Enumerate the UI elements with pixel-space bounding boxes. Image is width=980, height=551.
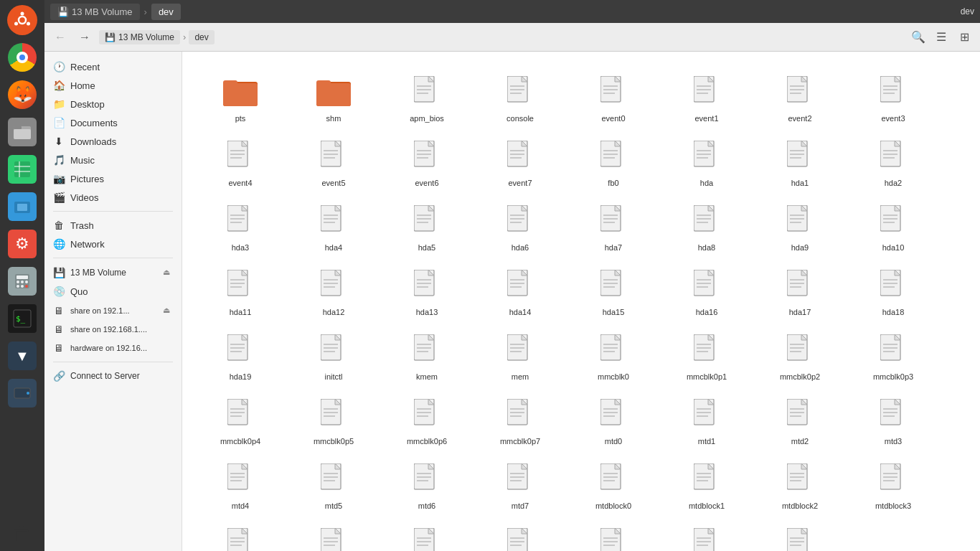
file-item-mtd1[interactable]: mtd1 [660,386,753,451]
file-item-console[interactable]: console [473,63,567,128]
grid-view-button[interactable]: ⊞ [954,27,974,47]
file-item-hda17[interactable]: hda17 [753,257,847,321]
file-item-hda8[interactable]: hda8 [660,192,753,257]
file-item-fb0[interactable]: fb0 [567,128,660,192]
file-item-hda7[interactable]: hda7 [567,192,660,257]
file-item-hda6[interactable]: hda6 [473,192,567,257]
forward-button[interactable]: → [75,27,95,47]
file-item-shm[interactable]: shm [287,63,380,128]
file-item-hda19[interactable]: hda19 [194,321,287,386]
sidebar-item-pictures[interactable]: 📷 Pictures [44,169,182,188]
file-item-mtd6[interactable]: mtd6 [380,451,473,515]
file-item-apm_bios[interactable]: apm_bios [380,63,473,128]
dock-terminal[interactable]: $_ [5,301,39,336]
search-button[interactable]: 🔍 [908,27,928,47]
file-item-kmem[interactable]: kmem [380,321,473,386]
file-item-hda16[interactable]: hda16 [660,257,753,321]
file-item-hda3[interactable]: hda3 [194,192,287,257]
path-crumb-folder[interactable]: dev [189,30,214,44]
file-item-event1[interactable]: event1 [660,63,753,128]
file-item-mmcblk0p7[interactable]: mmcblk0p7 [473,386,567,451]
file-item-mtdblock2[interactable]: mtdblock2 [753,451,847,515]
file-item-hda11[interactable]: hda11 [194,257,287,321]
file-item-hda13[interactable]: hda13 [380,257,473,321]
file-item-hda2[interactable]: hda2 [847,128,940,192]
dock-settings[interactable]: ⚙ [5,227,39,261]
file-item-null[interactable]: null [567,515,660,551]
file-item-mmcblk0p4[interactable]: mmcblk0p4 [194,386,287,451]
sidebar-item-trash[interactable]: 🗑 Trash [44,216,182,235]
file-item-mem[interactable]: mem [473,321,567,386]
dock-calculator[interactable] [5,264,39,298]
file-item-mtd3[interactable]: mtd3 [847,386,940,451]
sidebar-item-recent[interactable]: 🕐 Recent [44,57,182,76]
file-item-mmcblk0p2[interactable]: mmcblk0p2 [753,321,847,386]
sidebar-item-connect[interactable]: 🔗 Connect to Server [44,367,182,385]
file-item-initctl[interactable]: initctl [287,321,380,386]
file-item-mtd0[interactable]: mtd0 [567,386,660,451]
file-item-mtdblock7[interactable]: mtdblock7 [473,515,567,551]
file-item-event3[interactable]: event3 [847,63,940,128]
sidebar-item-quo[interactable]: 💿 Quo [44,282,182,301]
file-item-ptmx[interactable]: ptmx [660,515,753,551]
file-item-hda1[interactable]: hda1 [753,128,847,192]
file-item-event5[interactable]: event5 [287,128,380,192]
back-button[interactable]: ← [50,27,70,47]
dock-app10[interactable]: ▼ [5,339,39,373]
file-item-event2[interactable]: event2 [753,63,847,128]
dock-files[interactable] [5,115,39,149]
file-item-mmcblk0p6[interactable]: mmcblk0p6 [380,386,473,451]
file-item-mtd7[interactable]: mtd7 [473,451,567,515]
sidebar-item-downloads[interactable]: ⬇ Downloads [44,132,182,151]
file-item-mtd4[interactable]: mtd4 [194,451,287,515]
sidebar-item-home[interactable]: 🏠 Home [44,76,182,95]
file-item-hda18[interactable]: hda18 [847,257,940,321]
sidebar-item-documents[interactable]: 📄 Documents [44,113,182,132]
file-item-mtdblock3[interactable]: mtdblock3 [847,451,940,515]
file-item-event7[interactable]: event7 [473,128,567,192]
file-item-hda14[interactable]: hda14 [473,257,567,321]
file-item-hda12[interactable]: hda12 [287,257,380,321]
sidebar-item-share-192-168[interactable]: 🖥 share on 192.168.1.... [44,320,182,339]
file-item-mtdblock1[interactable]: mtdblock1 [660,451,753,515]
sidebar-item-desktop[interactable]: 📁 Desktop [44,95,182,113]
file-item-mtdblock5[interactable]: mtdblock5 [287,515,380,551]
list-view-button[interactable]: ☰ [931,27,951,47]
dock-spreadsheet[interactable] [5,152,39,187]
file-item-hda10[interactable]: hda10 [847,192,940,257]
file-item-mtd5[interactable]: mtd5 [287,451,380,515]
file-item-event0[interactable]: event0 [567,63,660,128]
sidebar-item-videos[interactable]: 🎬 Videos [44,188,182,207]
dock-chrome[interactable] [5,40,39,75]
path-folder[interactable]: dev [151,4,181,20]
file-item-mmcblk0[interactable]: mmcblk0 [567,321,660,386]
file-item-hda9[interactable]: hda9 [753,192,847,257]
file-item-mtdblock6[interactable]: mtdblock6 [380,515,473,551]
path-volume[interactable]: 💾 13 MB Volume [50,4,140,20]
dock-app6[interactable] [5,189,39,224]
dock-storage[interactable] [5,376,39,410]
sidebar-item-network[interactable]: 🌐 Network [44,235,182,253]
sidebar-item-share-192-1[interactable]: 🖥 share on 192.1... ⏏ [44,301,182,320]
file-item-event6[interactable]: event6 [380,128,473,192]
path-crumb-volume[interactable]: 💾 13 MB Volume [99,30,180,44]
sidebar-item-hardware[interactable]: 🖥 hardware on 192.16... [44,339,182,357]
sidebar-item-13mb[interactable]: 💾 13 MB Volume ⏏ [44,263,182,282]
file-item-pts[interactable]: pts [194,63,287,128]
file-item-hda[interactable]: hda [660,128,753,192]
file-item-mtdblock0[interactable]: mtdblock0 [567,451,660,515]
file-item-hda5[interactable]: hda5 [380,192,473,257]
dock-ubuntu[interactable] [5,3,39,37]
sidebar-item-music[interactable]: 🎵 Music [44,151,182,169]
eject-13mb-button[interactable]: ⏏ [160,266,173,278]
file-item-mtdblock4[interactable]: mtdblock4 [194,515,287,551]
dock-trash[interactable]: 🗑 [5,517,39,551]
file-item-mmcblk0p1[interactable]: mmcblk0p1 [660,321,753,386]
file-item-event4[interactable]: event4 [194,128,287,192]
file-item-mmcblk0p3[interactable]: mmcblk0p3 [847,321,940,386]
dock-firefox[interactable]: 🦊 [5,77,39,112]
file-item-hda15[interactable]: hda15 [567,257,660,321]
file-item-ram0[interactable]: ram0 [753,515,847,551]
eject-share1-button[interactable]: ⏏ [160,304,173,316]
file-item-hda4[interactable]: hda4 [287,192,380,257]
